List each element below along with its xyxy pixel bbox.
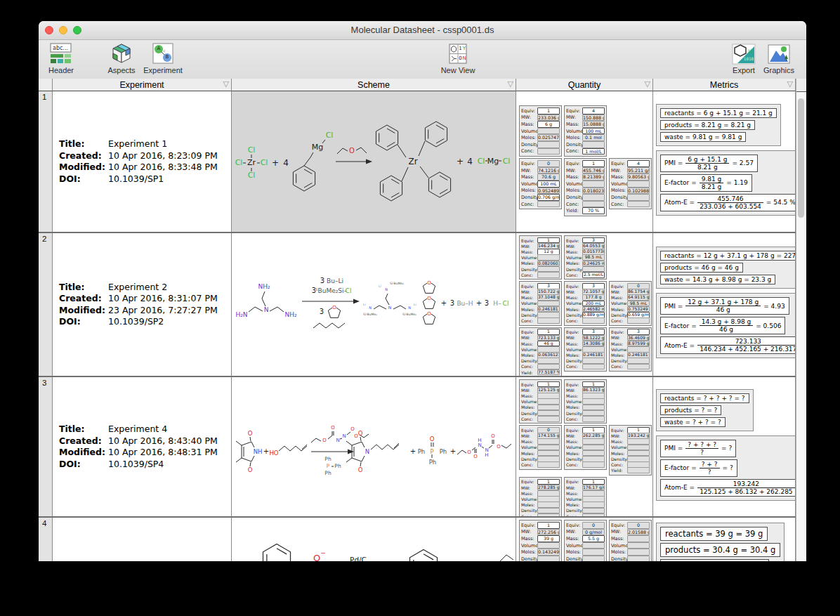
quantity-field-input[interactable]: 1 [537, 522, 560, 529]
quantity-field-input[interactable]: 4 [582, 107, 605, 114]
quantity-field-input[interactable]: 2.5 mol/L [582, 272, 605, 278]
quantity-field-input[interactable] [582, 181, 605, 188]
quantity-field-input[interactable]: 177.8 g [582, 294, 605, 301]
quantity-field-input[interactable] [537, 542, 560, 549]
quantity-field-input[interactable]: 74.1216 g/mol [537, 167, 560, 174]
quantity-field-input[interactable]: 77.5187 % [537, 369, 560, 376]
quantity-field-input[interactable] [537, 148, 560, 155]
quantity-field-input[interactable]: 0.24625 mol [582, 261, 605, 267]
header-button[interactable]: abc... Header [39, 42, 84, 74]
quantity-field-input[interactable] [582, 405, 605, 411]
quantity-field-input[interactable]: 36.4609 g/mol [627, 335, 650, 341]
column-header-quantity[interactable]: Quantity▽ [516, 79, 653, 91]
quantity-field-input[interactable]: 98.5 mL [582, 254, 605, 261]
filter-triangle-icon[interactable]: ▽ [787, 79, 793, 89]
quantity-field-input[interactable] [537, 445, 560, 451]
quantity-field-input[interactable] [582, 556, 605, 561]
quantity-field-input[interactable]: 0 g/mol [582, 529, 605, 536]
vertical-scrollbar[interactable] [796, 79, 806, 561]
quantity-field-input[interactable]: 1 [537, 329, 560, 335]
experiment-cell[interactable]: Title:Experiment 4Created:10 Apr 2016, 8… [53, 377, 232, 516]
quantity-field-input[interactable]: 0.952489 mol [537, 188, 560, 195]
new-view-button[interactable]: 1 Y 0 N New View [435, 42, 480, 74]
quantity-field-input[interactable] [627, 364, 650, 370]
quantity-field-input[interactable] [582, 398, 605, 405]
quantity-field-input[interactable]: 95.211 g/mol [627, 167, 650, 174]
quantity-field-input[interactable]: 0.102988 mol [627, 188, 650, 195]
quantity-field-input[interactable] [582, 445, 605, 451]
quantity-field-input[interactable] [627, 181, 650, 188]
quantity-field-input[interactable]: 98.5 mL [627, 301, 650, 307]
quantity-field-input[interactable]: 3 [582, 329, 605, 335]
quantity-field-input[interactable]: 39 g [537, 535, 560, 542]
quantity-field-input[interactable] [582, 141, 605, 148]
quantity-field-input[interactable] [627, 549, 650, 556]
row-number[interactable]: 3 [39, 377, 53, 516]
metrics-cell[interactable]: reactants = 39 g = 39 gproducts = 30.4 g… [653, 518, 796, 561]
quantity-field-input[interactable] [582, 513, 605, 516]
quantity-field-input[interactable] [537, 358, 560, 364]
quantity-field-input[interactable]: 0 [537, 160, 560, 167]
quantity-field-input[interactable]: 0.1 mol [582, 134, 605, 141]
quantity-field-input[interactable] [537, 556, 560, 561]
quantity-field-input[interactable] [627, 317, 650, 324]
quantity-field-input[interactable] [627, 445, 650, 451]
quantity-field-input[interactable]: 6 g [537, 121, 560, 128]
quantity-field-input[interactable] [582, 438, 605, 445]
quantity-field-input[interactable]: 272.256 g/mol [537, 529, 560, 536]
quantity-field-input[interactable] [582, 549, 605, 556]
quantity-cell[interactable]: Equiv:1MW:272.256 g/molMass:39 gVolume:M… [516, 518, 653, 561]
quantity-field-input[interactable] [582, 358, 605, 364]
quantity-field-input[interactable] [537, 416, 560, 422]
quantity-field-input[interactable] [582, 461, 605, 468]
quantity-field-input[interactable]: 100 mL [582, 128, 605, 135]
quantity-field-input[interactable] [582, 508, 605, 514]
quantity-field-input[interactable] [537, 364, 560, 370]
metrics-cell[interactable]: reactants = 6 g + 15.1 g = 21.1 gproduct… [653, 91, 796, 232]
quantity-field-input[interactable] [627, 358, 650, 364]
experiment-button[interactable]: A B c Experiment [140, 42, 185, 74]
quantity-field-input[interactable]: 233.036 g/mol [537, 114, 560, 122]
quantity-field-input[interactable] [537, 461, 560, 468]
quantity-field-input[interactable] [537, 141, 560, 148]
quantity-field-input[interactable] [582, 194, 605, 201]
quantity-cell[interactable]: Equiv:1MW:125.125 g/molMass:Volume:Moles… [516, 377, 653, 516]
quantity-field-input[interactable]: 150.888 g/mol [582, 114, 605, 122]
quantity-field-input[interactable] [627, 535, 650, 542]
quantity-field-input[interactable]: 455.746 g/mol [582, 167, 605, 174]
quantity-field-input[interactable] [627, 467, 650, 473]
quantity-field-input[interactable]: 58.1222 g/mol [582, 335, 605, 341]
quantity-field-input[interactable]: 70 % [582, 207, 605, 214]
quantity-field-input[interactable] [537, 301, 560, 307]
quantity-field-input[interactable]: 1 [537, 479, 560, 485]
row-number[interactable]: 1 [39, 91, 53, 232]
quantity-field-input[interactable] [627, 201, 650, 208]
experiment-cell[interactable] [53, 518, 232, 561]
quantity-field-input[interactable] [537, 317, 560, 324]
quantity-field-input[interactable] [582, 201, 605, 208]
column-header-scheme[interactable]: Scheme▽ [232, 79, 516, 91]
quantity-field-input[interactable]: 70.6 g [537, 173, 560, 181]
quantity-field-input[interactable]: 0.018023 mol [582, 188, 605, 195]
quantity-field-input[interactable]: 100 mL [537, 181, 560, 188]
quantity-field-input[interactable] [537, 398, 560, 405]
quantity-field-input[interactable] [627, 194, 650, 201]
scheme-cell[interactable]: O O NH + HO O O N [232, 377, 516, 516]
quantity-field-input[interactable]: 1 mol/L [582, 148, 605, 155]
scrollbar-thumb[interactable] [798, 98, 804, 218]
quantity-field-input[interactable]: 1 [582, 479, 605, 485]
quantity-field-input[interactable] [627, 438, 650, 445]
experiment-cell[interactable]: Title:Experiment 1Created:10 Apr 2016, 8… [53, 91, 232, 232]
quantity-field-input[interactable]: 9.80563 g [627, 173, 650, 181]
quantity-field-input[interactable] [582, 317, 605, 324]
quantity-field-input[interactable] [537, 405, 560, 411]
quantity-field-input[interactable] [582, 364, 605, 370]
quantity-field-input[interactable]: 200 mL [582, 301, 605, 307]
close-button[interactable] [45, 26, 53, 34]
quantity-field-input[interactable] [537, 201, 560, 208]
quantity-field-input[interactable]: 0 [627, 522, 650, 529]
graphics-button[interactable]: Graphics [756, 42, 801, 74]
quantity-field-input[interactable]: 15.0888 g [582, 121, 605, 128]
quantity-field-input[interactable] [627, 542, 650, 549]
quantity-field-input[interactable]: 0.0257471 mol [537, 134, 560, 141]
